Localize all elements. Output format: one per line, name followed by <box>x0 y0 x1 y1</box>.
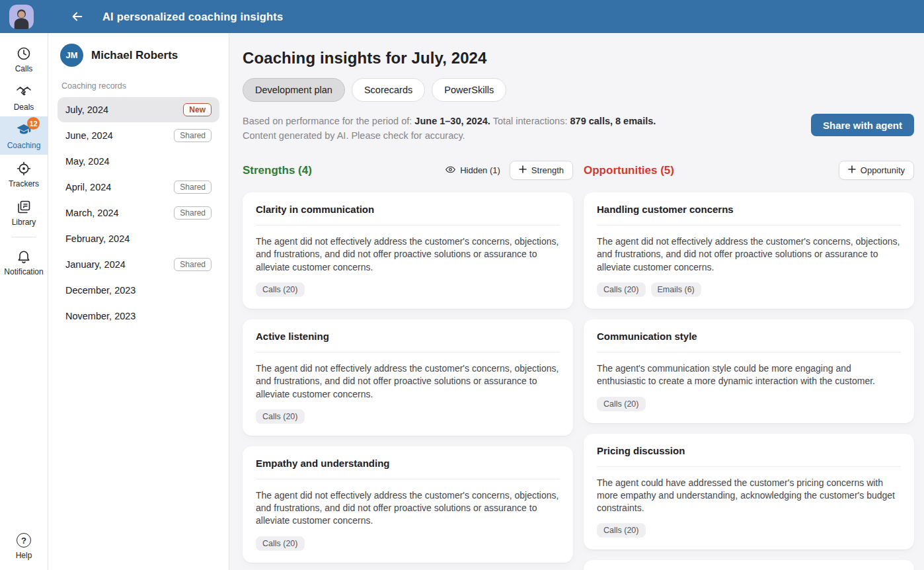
page-title: Coaching insights for July, 2024 <box>243 49 914 67</box>
sidebar-item-notification[interactable]: Notification <box>0 243 48 281</box>
card-title: Active listening <box>256 331 560 352</box>
card-title: Clarity in communication <box>256 204 560 225</box>
source-tag[interactable]: Calls (20) <box>256 409 305 424</box>
record-label: May, 2024 <box>65 156 110 167</box>
sidebar-item-label: Library <box>12 218 36 227</box>
sidebar-item-library[interactable]: Library <box>0 193 48 231</box>
card-body: The agent did not effectively address th… <box>256 235 560 274</box>
question-icon: ? <box>15 532 32 549</box>
card-title: Communication style <box>597 331 901 352</box>
sidebar-item-trackers[interactable]: Trackers <box>0 155 48 193</box>
record-february-2024[interactable]: February, 2024 <box>58 226 219 251</box>
record-november-2023[interactable]: November, 2023 <box>58 304 219 329</box>
card-title: Empathy and understanding <box>256 458 560 479</box>
card-title: Pricing discussion <box>597 445 901 467</box>
strength-card[interactable]: Empathy and understandingThe agent did n… <box>243 446 573 563</box>
card-body: The agent did not effectively address th… <box>256 489 560 528</box>
coaching-count-badge: 12 <box>27 117 40 130</box>
page-header-title: AI personalized coaching insights <box>102 11 283 23</box>
sidebar-item-coaching[interactable]: 12Coaching <box>0 116 48 155</box>
card-tags: Calls (20)Emails (6) <box>597 282 901 297</box>
sidebar-item-label: Coaching <box>7 141 41 150</box>
graduation-cap-icon: 12 <box>15 122 32 139</box>
plus-icon <box>848 165 856 175</box>
sidebar-item-calls[interactable]: Calls <box>0 40 48 78</box>
sidebar-item-label: Notification <box>4 267 43 276</box>
opportunities-column: Opportunities (5) Opportunity Handling c… <box>584 161 914 570</box>
add-opportunity-button[interactable]: Opportunity <box>839 161 914 180</box>
card-tags: Calls (20) <box>597 523 901 538</box>
new-badge: New <box>183 103 212 116</box>
user-photo-avatar[interactable] <box>9 5 34 29</box>
share-with-agent-button[interactable]: Share with agent <box>811 114 914 136</box>
tab-scorecards[interactable]: Scorecards <box>352 78 425 102</box>
plus-icon <box>519 165 527 175</box>
source-tag[interactable]: Calls (20) <box>256 282 305 297</box>
shared-badge: Shared <box>174 181 212 194</box>
record-june-2024[interactable]: June, 2024Shared <box>58 123 219 148</box>
main-content: Coaching insights for July, 2024 Develop… <box>229 33 924 570</box>
opportunitie-card[interactable]: Pricing discussionThe agent could have a… <box>584 434 914 550</box>
opportunities-header: Opportunities (5) <box>584 164 674 177</box>
target-icon <box>15 160 32 177</box>
card-body: The agent could have addressed the custo… <box>597 477 901 515</box>
card-tags: Calls (20) <box>256 409 560 424</box>
record-label: March, 2024 <box>65 208 119 218</box>
source-tag[interactable]: Calls (20) <box>597 523 646 538</box>
record-march-2024[interactable]: March, 2024Shared <box>58 200 219 225</box>
card-body: The agent did not effectively address th… <box>256 362 560 401</box>
record-july-2024[interactable]: July, 2024New <box>58 97 219 122</box>
records-sidebar: JM Michael Roberts Coaching records July… <box>48 33 229 570</box>
add-strength-button[interactable]: Strength <box>510 161 573 180</box>
source-tag[interactable]: Emails (6) <box>651 282 701 297</box>
ai-disclaimer: Content generated by AI. Please check fo… <box>243 130 465 141</box>
bell-icon <box>15 248 32 265</box>
sidebar-item-deals[interactable]: Deals <box>0 78 48 116</box>
shared-badge: Shared <box>174 206 212 220</box>
opportunitie-card[interactable]: Communication styleThe agent's communica… <box>584 319 914 423</box>
eye-icon <box>445 164 456 177</box>
record-label: April, 2024 <box>65 182 111 192</box>
topbar: AI personalized coaching insights <box>0 0 924 33</box>
record-label: January, 2024 <box>65 259 126 270</box>
tab-development-plan[interactable]: Development plan <box>243 78 345 102</box>
section-label: Coaching records <box>61 81 215 91</box>
strengths-column: Strengths (4) Hidden (1) Strength <box>243 161 573 570</box>
tab-powerskills[interactable]: PowerSkills <box>432 78 506 102</box>
source-tag[interactable]: Calls (20) <box>597 397 646 411</box>
hidden-items-button[interactable]: Hidden (1) <box>445 164 500 177</box>
avatar: JM <box>60 44 83 67</box>
handshake-icon <box>15 83 32 101</box>
record-label: June, 2024 <box>65 130 113 141</box>
period-summary: Based on performance for the period of: … <box>243 114 656 143</box>
record-january-2024[interactable]: January, 2024Shared <box>58 252 219 277</box>
nav-rail: CallsDeals12CoachingTrackersLibraryNotif… <box>0 33 48 570</box>
card-tags: Calls (20) <box>597 397 901 411</box>
record-april-2024[interactable]: April, 2024Shared <box>58 175 219 200</box>
card-tags: Calls (20) <box>256 536 560 551</box>
user-name: Michael Roberts <box>91 49 178 62</box>
opportunitie-card[interactable]: Handling customer concernsThe agent did … <box>584 192 914 309</box>
user-row: JM Michael Roberts <box>58 42 219 67</box>
record-may-2024[interactable]: May, 2024 <box>58 149 219 174</box>
period-value: June 1–30, 2024. <box>414 116 490 126</box>
record-label: February, 2024 <box>65 233 130 244</box>
sidebar-item-label: Trackers <box>9 179 39 188</box>
strength-card[interactable]: Clarity in communicationThe agent did no… <box>243 192 573 309</box>
tab-bar: Development planScorecardsPowerSkills <box>243 78 914 102</box>
clock-icon <box>15 45 32 62</box>
shared-badge: Shared <box>174 258 212 271</box>
sidebar-item-label: Deals <box>14 102 34 112</box>
sidebar-item-help[interactable]: ? Help <box>0 526 48 565</box>
rail-divider <box>12 237 36 237</box>
strength-card[interactable]: Active listeningThe agent did not effect… <box>243 319 573 436</box>
record-december-2023[interactable]: December, 2023 <box>58 278 219 303</box>
source-tag[interactable]: Calls (20) <box>597 282 646 297</box>
record-list: July, 2024NewJune, 2024SharedMay, 2024Ap… <box>58 97 219 329</box>
source-tag[interactable]: Calls (20) <box>256 536 305 551</box>
record-label: December, 2023 <box>65 285 135 296</box>
card-tags: Calls (20) <box>256 282 560 297</box>
back-arrow-icon[interactable] <box>68 7 87 26</box>
opportunitie-card[interactable]: Pricing discussion <box>584 560 914 570</box>
library-icon <box>15 198 32 216</box>
